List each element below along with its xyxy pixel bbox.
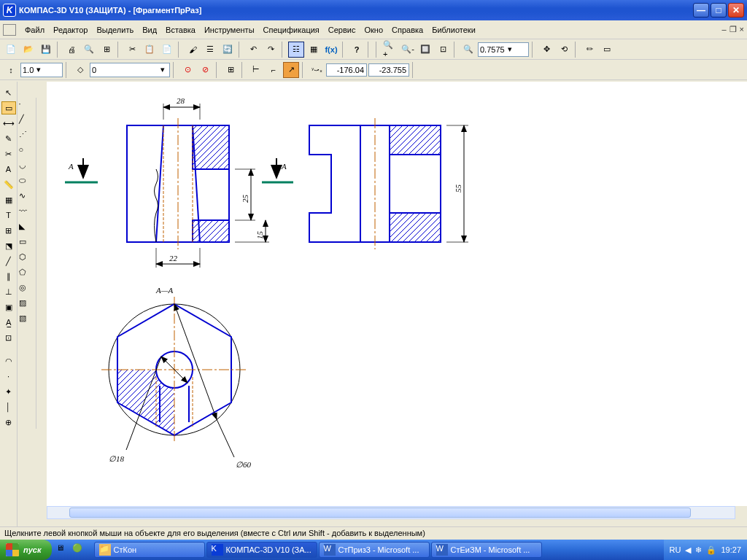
tool-arrow[interactable]: ↖ [1, 86, 16, 99]
start-button[interactable]: пуск [0, 540, 52, 560]
layer-dropdown[interactable]: 0▾ [90, 63, 170, 77]
zoom-fit-button[interactable]: ⊡ [435, 42, 451, 58]
menu-window[interactable]: Окно [360, 23, 387, 36]
highlight-button[interactable]: ✏ [581, 42, 597, 58]
tool-perp[interactable]: ⊥ [1, 285, 16, 298]
ortho2-button[interactable]: ⌐ [266, 62, 282, 78]
drawing-canvas[interactable]: 28 22 25 15 А [47, 82, 747, 506]
zoom-scale-button[interactable]: 🔍 [460, 42, 476, 58]
menu-select[interactable]: Выделить [92, 23, 138, 36]
menu-spec[interactable]: Спецификация [259, 23, 324, 36]
tool-arc[interactable]: ◠ [1, 354, 16, 368]
geo-arc[interactable]: ◡ [19, 160, 35, 174]
ortho-active-button[interactable]: ↗ [283, 62, 299, 78]
menu-insert[interactable]: Вставка [161, 23, 200, 36]
geo-chamfer[interactable]: ◣ [19, 222, 35, 235]
tray-clock[interactable]: 19:27 [721, 545, 741, 554]
tool-point[interactable]: · [1, 370, 16, 383]
ortho1-button[interactable]: ⊢ [248, 62, 264, 78]
mdi-close-icon[interactable]: × [740, 25, 744, 34]
redo-button[interactable]: ↷ [263, 42, 279, 58]
geo-bezier[interactable]: 〰 [19, 206, 35, 219]
fx-button[interactable]: f(x) [323, 42, 339, 58]
zoom-window-button[interactable]: 🔲 [417, 42, 433, 58]
geo-point[interactable]: · [19, 99, 35, 112]
task-word2[interactable]: WСтЕиЗМ - Microsoft ... [431, 542, 542, 558]
cut-button[interactable]: ✂ [124, 42, 140, 58]
geo-ellipse[interactable]: ⬭ [19, 176, 35, 189]
rotate-button[interactable]: ⟲ [556, 42, 572, 58]
refresh-button[interactable]: 🔄 [220, 42, 236, 58]
brush-button[interactable]: 🖌 [185, 42, 201, 58]
maximize-button[interactable]: □ [711, 3, 727, 18]
tray-icon1[interactable]: ◀ [685, 545, 691, 555]
tray-icon2[interactable]: ❄ [695, 545, 702, 555]
preview-button[interactable]: 🔍 [81, 42, 97, 58]
tool-table[interactable]: ⊞ [1, 224, 16, 237]
mdi-minimize-icon[interactable]: – [721, 25, 726, 34]
tray-lang[interactable]: RU [670, 545, 681, 554]
minimize-button[interactable]: — [693, 3, 709, 18]
spec-button[interactable]: ▦ [306, 42, 322, 58]
task-folder[interactable]: 📁СтКон [94, 542, 205, 558]
zoom-out-button[interactable]: 🔍- [400, 42, 416, 58]
geo-polygon[interactable]: ⬡ [19, 252, 35, 265]
coord-mode-button[interactable]: ʸ⤻ₓ [309, 62, 325, 78]
ql-app-icon[interactable]: 🟢 [72, 543, 85, 556]
layer-icon[interactable]: ◇ [72, 62, 88, 78]
copy-button[interactable]: 📋 [142, 42, 158, 58]
scale-dropdown[interactable]: 1.0▾ [20, 63, 63, 77]
menu-libs[interactable]: Библиотеки [427, 23, 480, 36]
geo-hatch2[interactable]: ▧ [19, 314, 35, 327]
ql-desktop-icon[interactable]: 🖥 [56, 543, 69, 556]
task-word1[interactable]: WСтПриз3 - Microsoft ... [319, 542, 430, 558]
geo-contour[interactable]: ⬠ [19, 268, 35, 281]
tool-notation[interactable]: ✎ [1, 132, 16, 145]
tool-cross[interactable]: ⊕ [1, 416, 16, 429]
layers-button[interactable]: ▭ [599, 42, 615, 58]
geo-spline[interactable]: ∿ [19, 191, 35, 204]
save-button[interactable]: 💾 [38, 42, 54, 58]
scrollbar-horizontal[interactable] [47, 506, 735, 519]
tool-measure[interactable]: 📏 [1, 178, 16, 191]
tool-line[interactable]: ╱ [1, 254, 16, 268]
tool-text[interactable]: T [1, 209, 16, 222]
pan-button[interactable]: ✥ [538, 42, 554, 58]
geo-rectangle[interactable]: ▭ [19, 237, 35, 250]
variables-button[interactable]: ☷ [288, 42, 304, 58]
tool-surface[interactable]: ▣ [1, 300, 16, 314]
print-button[interactable]: 🖨 [63, 42, 80, 58]
tool-geometry[interactable]: ▭ [1, 101, 16, 114]
geo-aux[interactable]: ⋰ [19, 130, 35, 143]
snap1-button[interactable]: ⊙ [179, 62, 196, 78]
geo-circle[interactable]: ○ [19, 145, 35, 158]
mdi-restore-icon[interactable]: ❐ [729, 25, 737, 34]
help-button[interactable]: ? [349, 42, 365, 58]
tool-param[interactable]: A [1, 163, 16, 176]
tool-dimension[interactable]: ⟷ [1, 117, 16, 130]
menu-help[interactable]: Справка [387, 23, 427, 36]
zoom-dropdown[interactable]: 0.7575▾ [478, 42, 529, 57]
coord-y-field[interactable]: -23.755 [368, 63, 409, 77]
snap2-button[interactable]: ⊘ [197, 62, 213, 78]
zoom-in-button[interactable]: 🔍+ [382, 42, 398, 58]
undo-button[interactable]: ↶ [245, 42, 261, 58]
document-icon[interactable] [3, 24, 16, 36]
tool-view1[interactable]: ⬔ [1, 239, 16, 252]
tool-edit[interactable]: ✂ [1, 147, 16, 160]
coord-x-field[interactable]: -176.04 [326, 63, 367, 77]
tool-tolerance[interactable]: ⊡ [1, 331, 16, 344]
tool-pipe[interactable]: │ [1, 400, 16, 413]
grid-button[interactable]: ⊞ [98, 42, 115, 58]
task-kompas[interactable]: KКОМПАС-3D V10 (ЗА... [206, 542, 317, 558]
tool-letter[interactable]: A̲ [1, 316, 16, 329]
menu-editor[interactable]: Редактор [49, 23, 92, 36]
new-button[interactable]: 📄 [3, 42, 19, 58]
tool-spark[interactable]: ✦ [1, 385, 16, 398]
menu-file[interactable]: Файл [20, 23, 49, 36]
close-button[interactable]: ✕ [728, 3, 744, 18]
tray-icon3[interactable]: 🔒 [706, 545, 716, 555]
menu-tools[interactable]: Инструменты [200, 23, 259, 36]
menu-service[interactable]: Сервис [324, 23, 360, 36]
menu-view[interactable]: Вид [138, 23, 161, 36]
